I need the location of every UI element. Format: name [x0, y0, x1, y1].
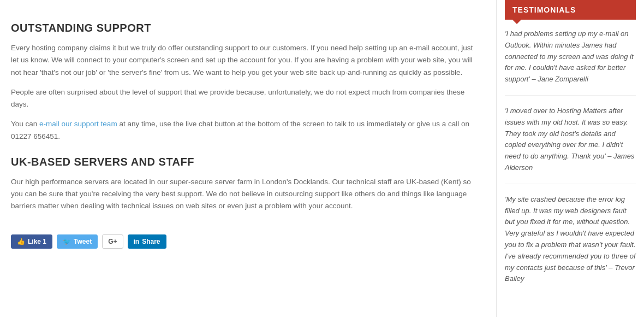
section1-para3-pre: You can [11, 120, 39, 128]
section1-title: OUTSTANDING SUPPORT [11, 22, 480, 34]
google-plus-button[interactable]: G+ [102, 234, 123, 249]
section-uk-servers: UK-BASED SERVERS AND STAFF Our high perf… [11, 156, 480, 213]
support-team-link[interactable]: e-mail our support team [39, 120, 117, 128]
section-outstanding-support: OUTSTANDING SUPPORT Every hosting compan… [11, 22, 480, 143]
section2-title: UK-BASED SERVERS AND STAFF [11, 156, 480, 168]
page-layout: OUTSTANDING SUPPORT Every hosting compan… [0, 0, 644, 317]
social-bar: 👍 Like 1 🐦 Tweet G+ in Share [11, 229, 480, 249]
main-content: OUTSTANDING SUPPORT Every hosting compan… [0, 0, 497, 317]
google-label: G+ [108, 238, 117, 245]
section1-para2: People are often surprised about the lev… [11, 86, 480, 111]
testimonials-header: TESTIMONIALS [505, 0, 636, 20]
twitter-label: Tweet [74, 238, 92, 245]
section2-para1: Our high performance servers are located… [11, 176, 480, 213]
testimonial-text-1: 'I had problems setting up my e-mail on … [505, 30, 634, 83]
linkedin-icon: in [134, 238, 140, 245]
facebook-like-button[interactable]: 👍 Like 1 [11, 234, 52, 249]
section1-para3: You can e-mail our support team at any t… [11, 118, 480, 143]
testimonial-item-1: 'I had problems setting up my e-mail on … [505, 28, 636, 96]
testimonial-text-3: 'My site crashed because the error log f… [505, 195, 636, 283]
testimonials-list: 'I had problems setting up my e-mail on … [505, 28, 636, 295]
twitter-icon: 🐦 [63, 238, 71, 245]
testimonial-item-3: 'My site crashed because the error log f… [505, 194, 636, 295]
facebook-icon: 👍 [17, 238, 25, 245]
facebook-label: Like 1 [28, 238, 46, 245]
section1-para1: Every hosting company claims it but we t… [11, 42, 480, 79]
sidebar: TESTIMONIALS 'I had problems setting up … [497, 0, 644, 317]
testimonial-item-2: 'I moved over to Hosting Matters after i… [505, 105, 636, 184]
linkedin-label: Share [142, 238, 160, 245]
twitter-tweet-button[interactable]: 🐦 Tweet [57, 234, 98, 249]
linkedin-share-button[interactable]: in Share [128, 234, 166, 249]
testimonial-text-2: 'I moved over to Hosting Matters after i… [505, 107, 634, 172]
